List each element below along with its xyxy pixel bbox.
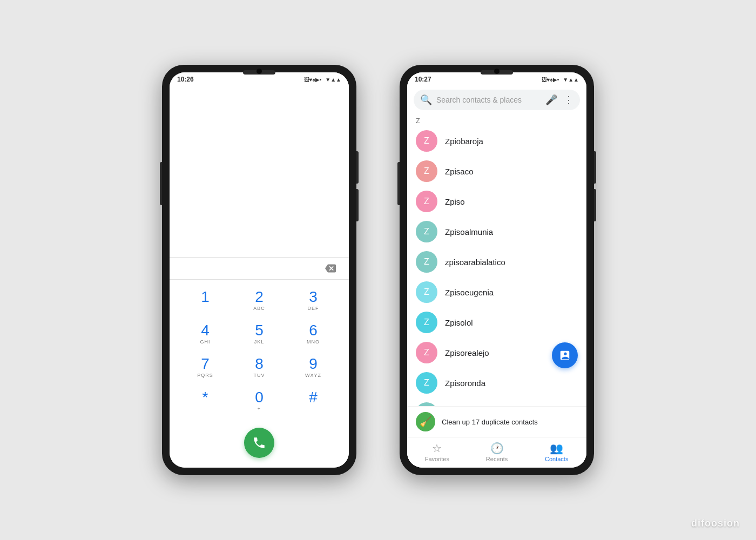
vol-up-btn-2[interactable] (594, 151, 596, 184)
contact-name: Zpisaco (445, 167, 474, 176)
contact-name: Zpisorealejo (445, 348, 489, 357)
key-5[interactable]: 5 JKL (232, 318, 286, 351)
avatar: Z (416, 130, 437, 152)
dialer-fab-row (170, 422, 349, 468)
key-1[interactable]: 1 (178, 284, 232, 318)
contact-zpisorondaa[interactable]: Z Zpisorondaa (407, 398, 586, 406)
camera (256, 69, 262, 74)
status-bar: 10:26 🖼♥♠▶• ▼▲▲ (170, 72, 349, 85)
contact-zpisoarabialatico[interactable]: Z zpisoarabialatico (407, 247, 586, 277)
duplicate-text: Clean up 17 duplicate contacts (442, 418, 538, 426)
avatar: Z (416, 312, 437, 333)
status-icons: 🖼♥♠▶• ▼▲▲ (304, 77, 341, 83)
contacts-fab[interactable] (552, 342, 578, 368)
phone-contacts: 10:27 🖼♥♠▶• ▼▲▲ 🔍 Search contacts & plac… (400, 65, 594, 475)
search-bar[interactable]: 🔍 Search contacts & places 🎤 ⋮ (414, 90, 580, 110)
avatar: Z (416, 160, 437, 182)
contacts-list: Z Z Zpiobaroja Z Zpisaco Z Zpiso Z Zpiso… (407, 114, 586, 406)
contact-name: Zpisoalmunia (445, 227, 493, 237)
avatar: Z (416, 402, 437, 406)
phone-dialer: 10:26 🖼♥♠▶• ▼▲▲ 1 (162, 65, 356, 475)
recents-icon: 🕐 (490, 442, 504, 455)
dialer-input-row (170, 258, 349, 279)
avatar: Z (416, 342, 437, 363)
contact-name: Zpisolol (445, 318, 473, 327)
key-4[interactable]: 4 GHI (178, 318, 232, 351)
nav-recents[interactable]: 🕐 Recents (467, 437, 527, 468)
clock: 10:26 (177, 76, 194, 83)
avatar: Z (416, 191, 437, 212)
key-9[interactable]: 9 WXYZ (286, 351, 340, 384)
avatar: Z (416, 221, 437, 242)
key-8[interactable]: 8 TUV (232, 351, 286, 384)
call-button[interactable] (244, 428, 274, 458)
clear-button[interactable] (323, 261, 338, 276)
nav-contacts[interactable]: 👥 Contacts (526, 437, 586, 468)
dialer-screen: 10:26 🖼♥♠▶• ▼▲▲ 1 (170, 72, 349, 468)
contacts-content: 🔍 Search contacts & places 🎤 ⋮ Z Z Zpiob… (407, 85, 586, 468)
duplicate-icon: 🧹 (416, 412, 435, 431)
avatar: Z (416, 372, 437, 394)
keypad: 1 2 ABC 3 DEF 4 GHI 5 JKL (170, 280, 349, 422)
mic-icon[interactable]: 🎤 (545, 94, 557, 106)
nav-favorites[interactable]: ☆ Favorites (407, 437, 467, 468)
recents-label: Recents (486, 456, 508, 462)
contact-zpisoeugenia[interactable]: Z Zpisoeugenia (407, 277, 586, 307)
key-star[interactable]: * (178, 384, 232, 418)
contact-zpisolol[interactable]: Z Zpisolol (407, 307, 586, 338)
signal-icon: ▼▲▲ (325, 77, 341, 83)
contact-zpisoalmunia[interactable]: Z Zpisoalmunia (407, 217, 586, 247)
vol-down-btn[interactable] (356, 189, 359, 221)
notification-icon: 🖼♥♠▶• (304, 77, 322, 83)
favorites-icon: ☆ (432, 442, 442, 455)
avatar: Z (416, 281, 437, 303)
contact-zpiobaroja[interactable]: Z Zpiobaroja (407, 126, 586, 156)
contact-zpisaco[interactable]: Z Zpisaco (407, 156, 586, 186)
status-icons-2: 🖼♥♠▶• ▼▲▲ (542, 77, 579, 83)
power-btn[interactable] (160, 162, 162, 205)
dialer-content: 1 2 ABC 3 DEF 4 GHI 5 JKL (170, 85, 349, 468)
vol-down-btn-2[interactable] (594, 189, 596, 221)
key-6[interactable]: 6 MNO (286, 318, 340, 351)
watermark: difoosion (691, 518, 740, 529)
contact-zpiso[interactable]: Z Zpiso (407, 186, 586, 217)
key-2[interactable]: 2 ABC (232, 284, 286, 318)
search-icon: 🔍 (420, 94, 432, 106)
favorites-label: Favorites (425, 456, 449, 462)
power-btn-2[interactable] (397, 162, 400, 205)
camera-2 (494, 69, 500, 74)
key-7[interactable]: 7 PQRS (178, 351, 232, 384)
contact-zpisoronda[interactable]: Z Zpisoronda (407, 368, 586, 398)
search-placeholder: Search contacts & places (436, 96, 541, 104)
section-z-label: Z (407, 114, 586, 126)
contacts-label: Contacts (545, 456, 568, 462)
contacts-icon: 👥 (550, 442, 563, 455)
contact-name: zpisoarabialatico (445, 258, 505, 267)
contact-name: Zpisoronda (445, 379, 485, 388)
signal-icon-2: ▼▲▲ (563, 77, 579, 83)
bottom-nav: ☆ Favorites 🕐 Recents 👥 Contacts (407, 437, 586, 468)
key-0[interactable]: 0 + (232, 384, 286, 418)
dialer-display (170, 85, 349, 258)
key-hash[interactable]: # (286, 384, 340, 418)
key-3[interactable]: 3 DEF (286, 284, 340, 318)
avatar: Z (416, 251, 437, 273)
status-bar-2: 10:27 🖼♥♠▶• ▼▲▲ (407, 72, 586, 85)
contact-name: Zpiso (445, 197, 465, 206)
more-menu-icon[interactable]: ⋮ (564, 94, 573, 106)
contacts-screen: 10:27 🖼♥♠▶• ▼▲▲ 🔍 Search contacts & plac… (407, 72, 586, 468)
notification-icon-2: 🖼♥♠▶• (542, 77, 559, 83)
contact-name: Zpiobaroja (445, 137, 483, 146)
duplicate-banner[interactable]: 🧹 Clean up 17 duplicate contacts (407, 406, 586, 437)
clock-2: 10:27 (415, 76, 431, 83)
contact-name: Zpisoeugenia (445, 288, 494, 297)
vol-up-btn[interactable] (356, 151, 359, 184)
